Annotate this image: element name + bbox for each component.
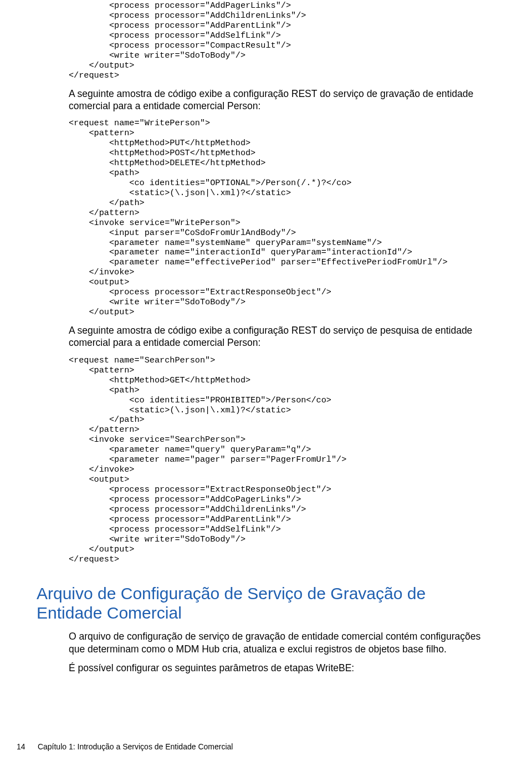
paragraph-write-intro: A seguinte amostra de código exibe a con… <box>69 88 495 113</box>
paragraph-params-intro: É possível configurar os seguintes parâm… <box>69 662 495 674</box>
code-block-top: <process processor="AddPagerLinks"/> <pr… <box>69 1 495 81</box>
paragraph-config-desc: O arquivo de configuração de serviço de … <box>69 630 495 655</box>
code-block-searchperson: <request name="SearchPerson"> <pattern> … <box>69 356 495 565</box>
paragraph-search-intro: A seguinte amostra de código exibe a con… <box>69 324 495 349</box>
page-number: 14 <box>17 742 35 751</box>
page-footer: 14 Capítulo 1: Introdução a Serviços de … <box>17 742 233 751</box>
section-heading: Arquivo de Configuração de Serviço de Gr… <box>37 584 495 623</box>
code-block-writeperson: <request name="WritePerson"> <pattern> <… <box>69 119 495 318</box>
footer-chapter-title: Capítulo 1: Introdução a Serviços de Ent… <box>38 742 233 751</box>
